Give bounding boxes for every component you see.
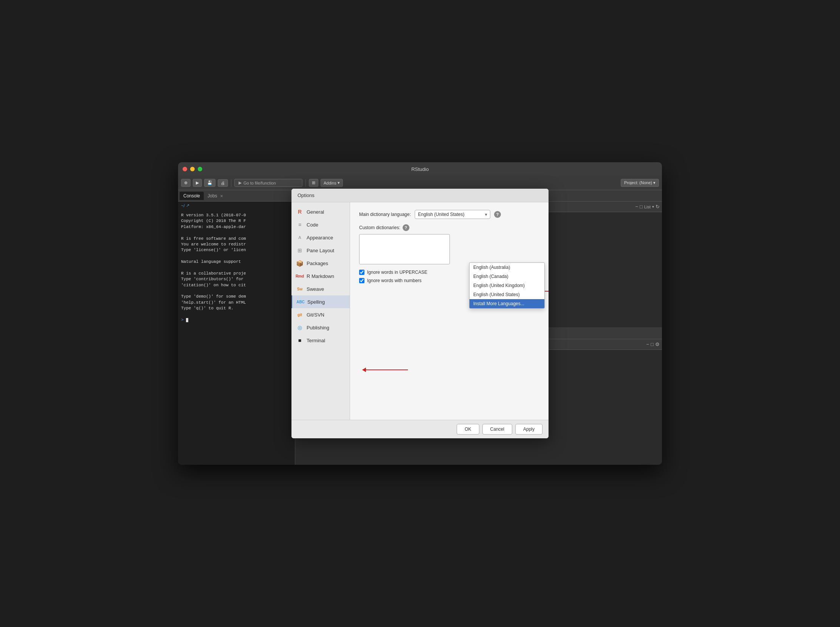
packages-icon: 📦 — [296, 260, 304, 267]
sidebar-label-sweave: Sweave — [307, 286, 324, 292]
spelling-icon: ABC — [297, 298, 304, 306]
sidebar-item-code[interactable]: ≡ Code — [291, 218, 350, 231]
general-icon: R — [296, 208, 304, 216]
rstudio-window: RStudio ⊕ ▶ 💾 🖨 ▶ Go to file/function ⊞ … — [178, 162, 662, 465]
sidebar-label-packages: Packages — [307, 261, 328, 266]
dropdown-item-australia[interactable]: English (Australia) — [470, 263, 544, 272]
sidebar-item-terminal[interactable]: ■ Terminal — [291, 334, 350, 347]
sidebar-label-publishing: Publishing — [307, 325, 329, 331]
sidebar-item-spelling[interactable]: ABC Spelling — [291, 295, 350, 308]
sidebar-item-pane-layout[interactable]: ⊞ Pane Layout — [291, 244, 350, 257]
arrow-spelling — [363, 369, 408, 370]
custom-dict-box[interactable] — [359, 234, 450, 264]
sidebar-label-code: Code — [307, 222, 318, 228]
sidebar-item-appearance[interactable]: A Appearance — [291, 231, 350, 244]
ignore-numbers-label: Ignore words with numbers — [367, 278, 422, 283]
publishing-icon: ◎ — [296, 324, 304, 331]
sidebar-label-r-markdown: R Markdown — [307, 273, 334, 279]
spelling-arrow-line — [363, 369, 408, 370]
sweave-icon: Sw — [296, 285, 304, 293]
dialog-sidebar: R General ≡ Code A Appearance ⊞ Pane Lay… — [291, 202, 350, 420]
sidebar-label-general: General — [307, 209, 324, 215]
sidebar-label-terminal: Terminal — [307, 338, 325, 343]
main-dict-select-wrapper: English (Australia) English (Canada) Eng… — [415, 210, 490, 219]
sidebar-item-sweave[interactable]: Sw Sweave — [291, 282, 350, 295]
apply-button[interactable]: Apply — [515, 424, 543, 435]
main-dict-label: Main dictionary language: — [359, 212, 411, 217]
modal-overlay: Options R General ≡ Code A Appearance — [178, 162, 662, 465]
dropdown-item-uk[interactable]: English (United Kingdom) — [470, 281, 544, 290]
ignore-uppercase-label: Ignore words in UPPERCASE — [367, 269, 427, 275]
sidebar-item-r-markdown[interactable]: Rmd R Markdown — [291, 269, 350, 282]
dialog-body: R General ≡ Code A Appearance ⊞ Pane Lay… — [291, 202, 549, 420]
dialog-title: Options — [291, 189, 549, 202]
git-svn-icon: git — [296, 311, 304, 318]
sidebar-item-git-svn[interactable]: git Git/SVN — [291, 308, 350, 321]
dialog-content-area: Main dictionary language: English (Austr… — [350, 202, 549, 420]
pane-layout-icon: ⊞ — [296, 247, 304, 254]
terminal-icon: ■ — [296, 337, 304, 344]
ok-button[interactable]: OK — [457, 424, 479, 435]
custom-dict-help-icon[interactable]: ? — [403, 224, 409, 231]
dropdown-item-canada[interactable]: English (Canada) — [470, 272, 544, 281]
main-dict-help-icon[interactable]: ? — [494, 211, 501, 218]
code-icon: ≡ — [296, 221, 304, 228]
sidebar-item-publishing[interactable]: ◎ Publishing — [291, 321, 350, 334]
sidebar-label-pane-layout: Pane Layout — [307, 248, 334, 254]
ignore-numbers-checkbox[interactable] — [359, 278, 365, 283]
ignore-uppercase-checkbox[interactable] — [359, 269, 365, 275]
sidebar-label-git-svn: Git/SVN — [307, 312, 324, 318]
dropdown-item-us[interactable]: English (United States) — [470, 290, 544, 299]
main-dict-select[interactable]: English (Australia) English (Canada) Eng… — [415, 210, 490, 219]
language-dropdown-menu: English (Australia) English (Canada) Eng… — [469, 262, 545, 309]
r-markdown-icon: Rmd — [296, 272, 304, 280]
main-dict-row: Main dictionary language: English (Austr… — [359, 210, 540, 219]
sidebar-item-general[interactable]: R General — [291, 205, 350, 218]
dropdown-item-install[interactable]: Install More Languages... — [470, 299, 544, 308]
appearance-icon: A — [296, 234, 304, 241]
sidebar-item-packages[interactable]: 📦 Packages — [291, 257, 350, 269]
cancel-button[interactable]: Cancel — [482, 424, 512, 435]
sidebar-label-spelling: Spelling — [307, 299, 325, 305]
sidebar-label-appearance: Appearance — [307, 235, 333, 241]
custom-dict-label-row: Custom dictionaries: ? — [359, 224, 540, 231]
dialog-footer: OK Cancel Apply — [291, 420, 549, 438]
custom-dict-label-text: Custom dictionaries: — [359, 225, 400, 230]
options-dialog: Options R General ≡ Code A Appearance — [291, 189, 549, 438]
